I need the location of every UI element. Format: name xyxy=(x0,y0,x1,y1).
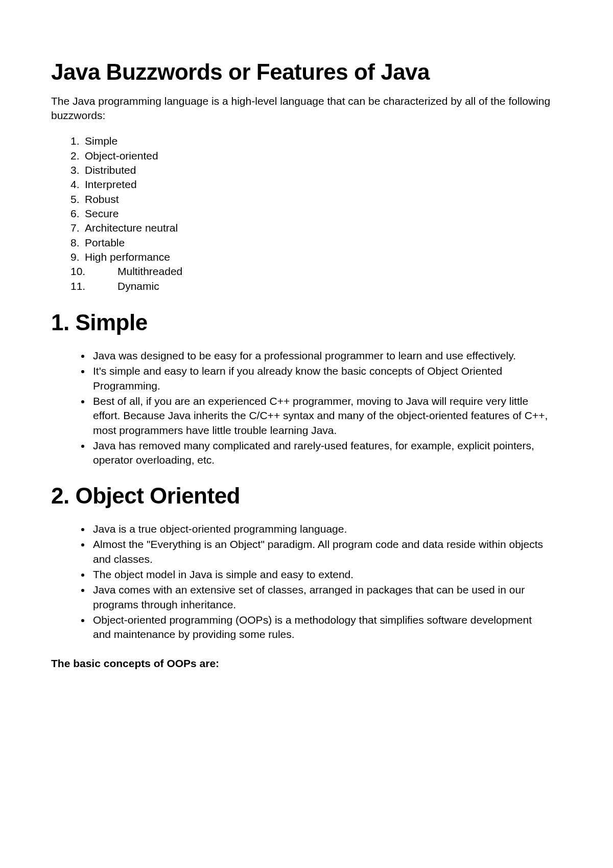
list-item: Almost the "Everything is an Object" par… xyxy=(91,537,552,566)
list-item: Java comes with an extensive set of clas… xyxy=(91,583,552,612)
intro-paragraph: The Java programming language is a high-… xyxy=(51,94,562,123)
section-heading-object-oriented: 2. Object Oriented xyxy=(51,483,562,509)
list-item: 7.Architecture neutral xyxy=(70,221,562,235)
list-item: 10.Multithreaded xyxy=(70,264,562,279)
list-item: 5.Robust xyxy=(70,192,562,207)
object-oriented-bullets: Java is a true object-oriented programmi… xyxy=(91,522,562,642)
list-item: The object model in Java is simple and e… xyxy=(91,567,552,582)
list-item: 3.Distributed xyxy=(70,163,562,177)
list-item: 9.High performance xyxy=(70,250,562,264)
list-item: 1.Simple xyxy=(70,134,562,148)
list-item: It's simple and easy to learn if you alr… xyxy=(91,364,552,393)
simple-bullets: Java was designed to be easy for a profe… xyxy=(91,349,562,468)
list-item: 11.Dynamic xyxy=(70,279,562,293)
list-item: 8.Portable xyxy=(70,236,562,250)
list-item: Object-oriented programming (OOPs) is a … xyxy=(91,613,552,642)
list-item: Best of all, if you are an experienced C… xyxy=(91,394,552,438)
list-item: 4.Interpreted xyxy=(70,177,562,192)
page-title: Java Buzzwords or Features of Java xyxy=(51,56,562,88)
list-item: Java is a true object-oriented programmi… xyxy=(91,522,552,536)
list-item: 6.Secure xyxy=(70,207,562,221)
oops-subheading: The basic concepts of OOPs are: xyxy=(51,657,562,670)
buzzwords-list: 1.Simple 2.Object-oriented 3.Distributed… xyxy=(70,134,562,293)
list-item: 2.Object-oriented xyxy=(70,149,562,163)
list-item: Java has removed many complicated and ra… xyxy=(91,439,552,468)
list-item: Java was designed to be easy for a profe… xyxy=(91,349,552,363)
section-heading-simple: 1. Simple xyxy=(51,310,562,335)
